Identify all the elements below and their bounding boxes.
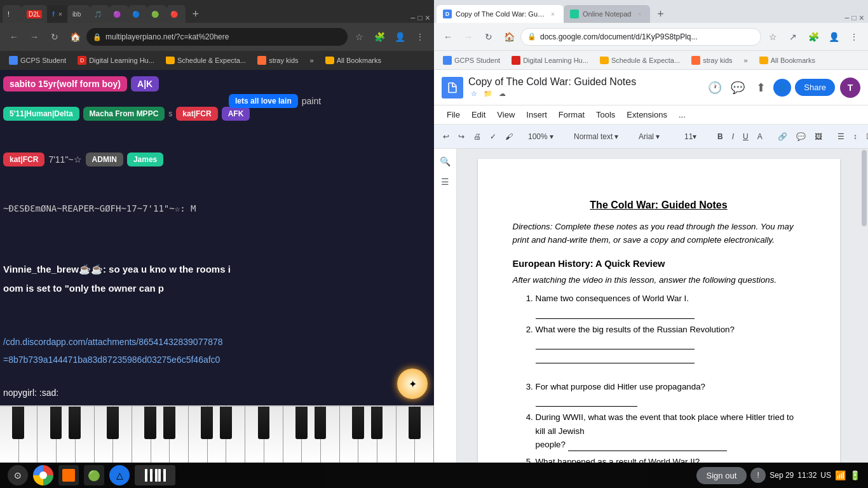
tab-notepad[interactable]: Online Notepad × (564, 5, 650, 23)
bookmark-schedule[interactable]: Schedule & Expecta... (162, 55, 250, 65)
reload-btn-left[interactable]: ↻ (46, 28, 64, 46)
comment-btn[interactable]: 💬 (792, 128, 810, 146)
piano-key-white[interactable] (397, 405, 416, 463)
taskbar-extensions[interactable] (58, 465, 79, 485)
left-address-bar[interactable]: 🔒 multiplayerpiano.net/?c=kat%20here (86, 28, 348, 46)
bm-gcps-right[interactable]: GCPS Student (439, 55, 504, 66)
tab-piano-6[interactable]: 🟣 (109, 5, 128, 23)
menu-insert[interactable]: Insert (521, 107, 552, 122)
undo-btn[interactable]: ↩ (439, 128, 453, 146)
piano-key-white[interactable] (132, 405, 151, 463)
bookmark-btn-right[interactable]: ☆ (764, 28, 782, 46)
taskbar-meet[interactable]: 🟢 (84, 465, 104, 485)
tab-piano-fb[interactable]: f × (47, 5, 67, 23)
taskbar-chrome[interactable] (33, 465, 53, 485)
star-btn[interactable]: ☆ (468, 89, 480, 98)
tab-piano-9[interactable]: 🔴 (166, 5, 186, 23)
comments-btn[interactable]: 💬 (728, 78, 748, 98)
menu-btn-right[interactable]: ⋮ (845, 28, 863, 46)
scrollbar-thumb[interactable] (862, 150, 867, 226)
zoom-selector[interactable]: 100% ▾ (524, 128, 562, 146)
piano-canvas[interactable]: sabito 15yr(wolf form boy) A|K 5'11|Huma… (0, 70, 434, 463)
sync-btn-right[interactable]: 👤 (825, 28, 843, 46)
new-tab-left[interactable]: + (187, 5, 205, 23)
bookmark-straykids[interactable]: stray kids (254, 55, 302, 66)
align-left-btn[interactable]: ☰ (834, 128, 848, 146)
tab-coldwar[interactable]: D Copy of The Cold War: Guide... × (437, 5, 564, 23)
back-btn-right[interactable]: ← (439, 28, 457, 46)
bookmark-btn-left[interactable]: ☆ (350, 28, 368, 46)
chat-discord-link-2[interactable]: =8b7b739a144471ba83d87235986d03275e6c5f4… (3, 355, 220, 365)
menu-view[interactable]: View (492, 107, 520, 122)
bm-schedule-right[interactable]: Schedule & Expecta... (596, 55, 684, 65)
tab-piano-1[interactable]: ! (3, 5, 22, 23)
bm-all-right[interactable]: All Bookmarks (756, 55, 819, 65)
piano-key-white[interactable] (0, 405, 19, 463)
reload-btn-right[interactable]: ↻ (480, 28, 498, 46)
font-selector[interactable]: Arial ▾ (635, 128, 673, 146)
tab-piano-ibb[interactable]: ibb (67, 5, 90, 23)
drive-btn[interactable]: 📁 (481, 89, 495, 98)
menu-format[interactable]: Format (553, 107, 590, 122)
bm-d2l-right[interactable]: Digital Learning Hu... (508, 55, 592, 66)
bookmark-d2l[interactable]: D Digital Learning Hu... (74, 55, 158, 66)
document-page[interactable]: The Cold War: Guided Notes Directions: C… (478, 159, 840, 463)
taskbar-drive[interactable]: △ (109, 465, 130, 485)
tab-piano-7[interactable]: 🔵 (128, 5, 147, 23)
menu-btn-left[interactable]: ⋮ (411, 28, 429, 46)
tab-piano-8[interactable]: 🟢 (147, 5, 166, 23)
bookmark-more[interactable]: » (306, 55, 318, 65)
cloud-btn[interactable]: ☁ (496, 89, 508, 98)
forward-btn-right[interactable]: → (459, 28, 477, 46)
underline-btn[interactable]: U (739, 128, 752, 146)
link-btn[interactable]: 🔗 (774, 128, 791, 146)
taskbar-piano[interactable] (135, 465, 175, 485)
bookmark-all[interactable]: All Bookmarks (322, 55, 385, 65)
menu-file[interactable]: File (442, 107, 465, 122)
profile-btn-left[interactable]: 👤 (391, 28, 409, 46)
menu-tools[interactable]: Tools (591, 107, 620, 122)
home-btn-right[interactable]: 🏠 (500, 28, 518, 46)
home-btn-left[interactable]: 🏠 (66, 28, 84, 46)
share-btn-right[interactable]: ↗ (784, 28, 802, 46)
style-selector[interactable]: Normal text ▾ (570, 128, 627, 146)
menu-extensions[interactable]: Extensions (621, 107, 672, 122)
taskbar-search[interactable]: ⊙ (8, 465, 28, 485)
sign-out-button[interactable]: Sign out (696, 467, 747, 484)
forward-btn-left[interactable]: → (25, 28, 43, 46)
checklist-btn[interactable]: ☑ (862, 128, 868, 146)
piano-key-white[interactable] (283, 405, 302, 463)
piano-key-white[interactable] (189, 405, 208, 463)
share-btn[interactable]: Share (795, 79, 835, 96)
taskbar-profile-icon[interactable]: ! (750, 468, 766, 483)
chat-discord-link-1[interactable]: /cdn.discordapp.com/attachments/86541432… (3, 337, 223, 347)
back-btn-left[interactable]: ← (5, 28, 23, 46)
piano-key-white[interactable] (340, 405, 359, 463)
redo-btn[interactable]: ↪ (454, 128, 468, 146)
sidebar-list-btn[interactable]: ☰ (438, 174, 453, 189)
piano-key-white[interactable] (37, 405, 57, 463)
close-coldwar-tab[interactable]: × (548, 10, 557, 18)
line-spacing-btn[interactable]: ↕ (850, 128, 861, 146)
glow-orb-btn[interactable]: ✦ (397, 369, 428, 399)
spellcheck-btn[interactable]: ✓ (486, 128, 500, 146)
font-size-btn[interactable]: 11▾ (681, 128, 706, 146)
piano-key-white[interactable] (95, 405, 114, 463)
history-btn[interactable]: 🕐 (705, 78, 725, 98)
piano-key-white[interactable] (245, 405, 264, 463)
tab-piano-5[interactable]: 🎵 (90, 5, 109, 23)
paint-format-btn[interactable]: 🖌 (501, 128, 517, 146)
bm-stray-right[interactable]: stray kids (688, 55, 736, 66)
user-avatar[interactable]: T (840, 78, 860, 98)
doc-scrollbar[interactable] (860, 149, 868, 463)
menu-help[interactable]: ... (674, 107, 691, 122)
print-btn[interactable]: 🖨 (470, 128, 485, 146)
bookmark-gcps[interactable]: GCPS Student (5, 55, 70, 66)
extensions-btn-left[interactable]: 🧩 (370, 28, 388, 46)
sidebar-search-btn[interactable]: 🔍 (438, 154, 453, 169)
bm-more-right[interactable]: » (740, 55, 752, 65)
bold-btn[interactable]: B (714, 128, 727, 146)
italic-btn[interactable]: I (728, 128, 738, 146)
color-btn[interactable]: A (754, 128, 766, 146)
menu-edit[interactable]: Edit (466, 107, 491, 122)
